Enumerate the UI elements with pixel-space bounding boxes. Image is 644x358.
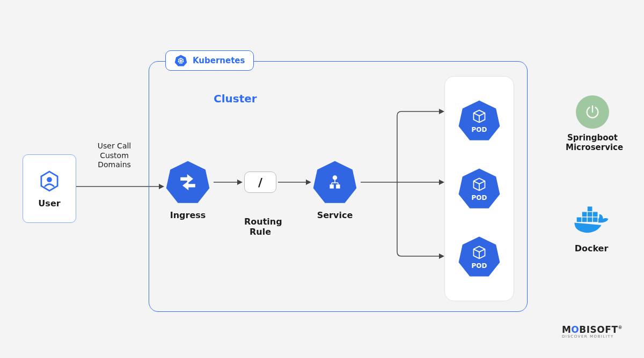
pod-node: POD xyxy=(458,235,501,278)
routing-rule-node: / Routing Rule xyxy=(244,171,276,237)
svg-rect-32 xyxy=(582,218,587,222)
svg-rect-31 xyxy=(577,218,582,222)
diagram-canvas: Kubernetes Cluster User User Call Custom… xyxy=(5,5,639,348)
pod-node: POD xyxy=(458,167,501,210)
svg-rect-36 xyxy=(588,212,592,217)
brand-logo: MOBISOFT® DISCOVER MOBILITY xyxy=(562,324,623,339)
pods-panel: POD POD POD xyxy=(444,76,514,301)
docker-label: Docker xyxy=(565,243,618,253)
springboot-icon xyxy=(576,95,609,129)
pod-node: POD xyxy=(458,99,501,142)
routing-rule-symbol: / xyxy=(244,171,276,193)
ingress-label: Ingress xyxy=(165,210,210,220)
kubernetes-icon xyxy=(174,54,187,67)
svg-rect-19 xyxy=(336,184,340,188)
svg-rect-38 xyxy=(588,206,592,211)
cube-icon xyxy=(458,109,501,124)
docker-icon xyxy=(565,206,618,238)
service-node: Service xyxy=(312,160,357,205)
ingress-node: Ingress xyxy=(165,160,210,205)
svg-rect-35 xyxy=(582,212,587,217)
docker-node: Docker xyxy=(565,206,618,253)
pod-label: POD xyxy=(458,194,501,202)
service-label: Service xyxy=(312,210,357,220)
svg-rect-33 xyxy=(588,218,592,222)
kubernetes-badge-label: Kubernetes xyxy=(193,56,245,65)
svg-rect-34 xyxy=(593,218,598,222)
arrow-label-user-ingress: User Call Custom Domains xyxy=(85,141,144,170)
cube-icon xyxy=(458,177,501,192)
routing-rule-label: Routing Rule xyxy=(244,217,276,237)
pod-label: POD xyxy=(458,262,501,270)
user-icon xyxy=(38,169,61,195)
user-label: User xyxy=(38,198,60,208)
svg-rect-37 xyxy=(593,212,598,217)
user-node: User xyxy=(23,154,76,223)
brand-tagline: DISCOVER MOBILITY xyxy=(562,334,623,339)
springboot-label: Springboot Microservice xyxy=(566,133,619,152)
svg-point-17 xyxy=(333,175,338,180)
svg-rect-18 xyxy=(330,184,333,188)
cube-icon xyxy=(458,245,501,260)
cluster-title: Cluster xyxy=(214,92,257,105)
springboot-node: Springboot Microservice xyxy=(566,95,619,152)
kubernetes-badge: Kubernetes xyxy=(165,50,254,71)
service-icon xyxy=(312,160,357,205)
ingress-icon xyxy=(165,160,210,205)
svg-point-14 xyxy=(47,177,52,182)
pod-label: POD xyxy=(458,126,501,133)
